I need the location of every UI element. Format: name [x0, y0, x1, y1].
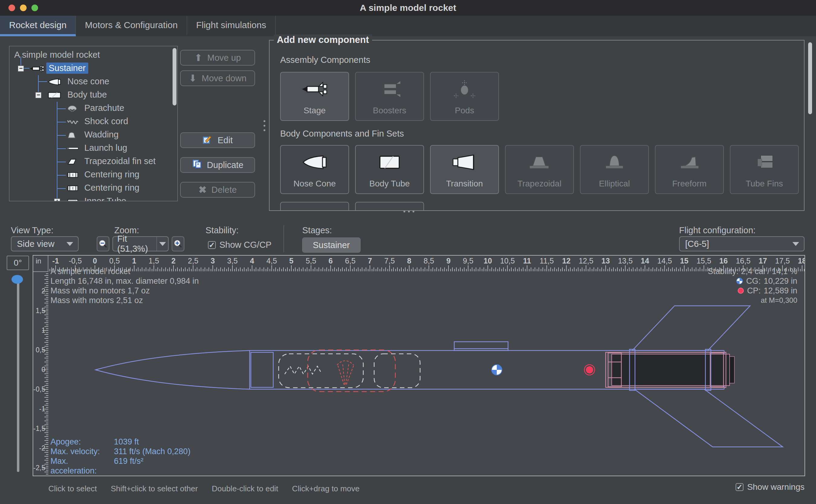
ruler-tick: [698, 269, 698, 271]
ruler-tick: [385, 267, 386, 271]
flight-configuration-dropdown[interactable]: [C6-5]: [679, 236, 805, 251]
ruler-tick: [46, 427, 48, 427]
component-button-partial[interactable]: [355, 202, 424, 210]
tree-item-nose-cone[interactable]: Nose cone: [9, 75, 177, 89]
ruler-tick: [531, 267, 531, 271]
centeringring-icon: [67, 184, 79, 192]
component-button-body-tube[interactable]: Body Tube: [355, 145, 424, 194]
rotation-angle-box: 0°: [7, 256, 29, 270]
ruler-tick: [804, 269, 805, 271]
tree-item-sustainer[interactable]: Sustainer: [9, 62, 177, 75]
ruler-tick: [490, 269, 490, 271]
tree-item-shock-cord[interactable]: Shock cord: [9, 115, 177, 128]
tab-rocket-design[interactable]: Rocket design: [0, 16, 76, 36]
tree-item-wadding[interactable]: Wadding: [9, 128, 177, 142]
component-button-label: Tube Fins: [746, 179, 783, 189]
ruler-tick: [277, 269, 278, 271]
ruler-tick: [256, 267, 256, 271]
ruler-tick: [380, 269, 380, 271]
ruler-tick: [509, 269, 510, 271]
rotation-slider-track[interactable]: [17, 279, 19, 472]
ruler-label: -0,5: [66, 257, 84, 265]
delete-x-icon: ✖: [199, 184, 207, 195]
component-button-label: Elliptical: [599, 179, 630, 189]
ruler-tick: [289, 269, 290, 271]
component-button-label: Boosters: [373, 106, 406, 115]
component-button-tube-fins[interactable]: Tube Fins: [730, 145, 799, 194]
ruler-tick: [415, 269, 416, 271]
ruler-tick: [46, 411, 48, 412]
delete-button[interactable]: ✖ Delete: [180, 182, 255, 198]
tree-item-label: Shock cord: [82, 116, 131, 127]
tree-item-launch-lug[interactable]: Launch lug: [9, 142, 177, 155]
ruler-tick: [442, 269, 443, 271]
ruler-tick: [541, 269, 541, 271]
tree-item-parachute[interactable]: Parachute: [9, 102, 177, 115]
rotation-slider-thumb[interactable]: [11, 275, 23, 284]
ruler-tick: [46, 273, 48, 274]
component-button-stage[interactable]: Stage: [280, 72, 349, 121]
show-warnings-checkbox[interactable]: ✓: [736, 483, 743, 491]
tree-item-inner-tube[interactable]: Inner Tube: [9, 195, 177, 201]
ruler-tick: [440, 267, 441, 271]
tree-item-centering-ring[interactable]: Centering ring: [9, 182, 177, 195]
component-button-boosters[interactable]: Boosters: [355, 72, 424, 121]
statusbar-hint: Shift+click to select other: [111, 484, 198, 493]
ruler-tick: [44, 476, 48, 476]
component-button-trapezoidal[interactable]: Trapezoidal: [505, 145, 574, 194]
zoom-level-dropdown[interactable]: Fit (51,3%): [112, 236, 169, 251]
body-components-label: Body Components and Fin Sets: [280, 129, 404, 139]
component-button-nose-cone[interactable]: Nose Cone: [280, 145, 349, 194]
stage-toggle-sustainer[interactable]: Sustainer: [302, 237, 361, 253]
ruler-tick: [582, 267, 582, 271]
upper-fin-outline: [632, 306, 750, 351]
tree-item-body-tube[interactable]: Body tube: [9, 89, 177, 102]
panel-scrollbar-thumb[interactable]: [808, 42, 812, 114]
tab-motors-configuration[interactable]: Motors & Configuration: [76, 16, 187, 36]
tree-item-a-simple-model-rocket[interactable]: A simple model rocket: [9, 49, 177, 62]
ruler-tick: [405, 267, 406, 271]
cg-marker: [492, 365, 502, 375]
ruler-tick: [44, 358, 48, 358]
ruler-tick: [427, 269, 427, 271]
ruler-tick: [44, 417, 48, 417]
ruler-tick: [670, 269, 671, 271]
ruler-tick: [222, 269, 223, 271]
ruler-tick: [309, 269, 309, 271]
component-button-elliptical[interactable]: Elliptical: [580, 145, 649, 194]
move-up-button[interactable]: ⬆ Move up: [180, 50, 255, 66]
elliptical-component-icon: [602, 146, 627, 179]
ruler-tick: [470, 269, 471, 271]
ruler-tick: [224, 267, 225, 271]
zoom-in-button[interactable]: [172, 236, 184, 251]
move-down-button[interactable]: ⬇ Move down: [180, 70, 255, 86]
ruler-tick: [413, 267, 413, 271]
ruler-tick: [44, 279, 48, 280]
ruler-tick: [370, 265, 370, 271]
ruler-tick: [558, 267, 559, 271]
component-button-transition[interactable]: Transition: [430, 145, 499, 194]
edit-button[interactable]: Edit: [180, 132, 255, 148]
tree-item-label: Wadding: [82, 129, 121, 140]
zoom-out-button[interactable]: [97, 236, 109, 251]
rocket-view-panel[interactable]: in -1-0,500,511,522,533,544,555,566,577,…: [33, 255, 805, 476]
ruler-tick: [368, 269, 368, 271]
vertical-splitter-handle[interactable]: [264, 120, 265, 131]
view-type-dropdown[interactable]: Side view: [11, 236, 79, 251]
show-cgcp-checkbox[interactable]: ✓: [208, 241, 216, 249]
tree-item-trapezoidal-fin-set[interactable]: Trapezoidal fin set: [9, 155, 177, 168]
ruler-tick: [566, 265, 567, 271]
tab-flight-simulations[interactable]: Flight simulations: [187, 16, 276, 36]
ruler-tick: [431, 269, 431, 271]
tree-item-centering-ring[interactable]: Centering ring: [9, 168, 177, 182]
component-button-freeform[interactable]: Freeform: [655, 145, 724, 194]
component-button-partial[interactable]: [280, 202, 349, 210]
ruler-tick: [462, 269, 463, 271]
component-button-label: Freeform: [672, 179, 707, 189]
ruler-tick: [668, 267, 669, 271]
ruler-tick: [411, 269, 412, 271]
component-button-pods[interactable]: Pods: [430, 72, 499, 121]
duplicate-button[interactable]: Duplicate: [180, 157, 255, 173]
ruler-tick: [250, 269, 251, 271]
ruler-tick: [264, 267, 264, 271]
